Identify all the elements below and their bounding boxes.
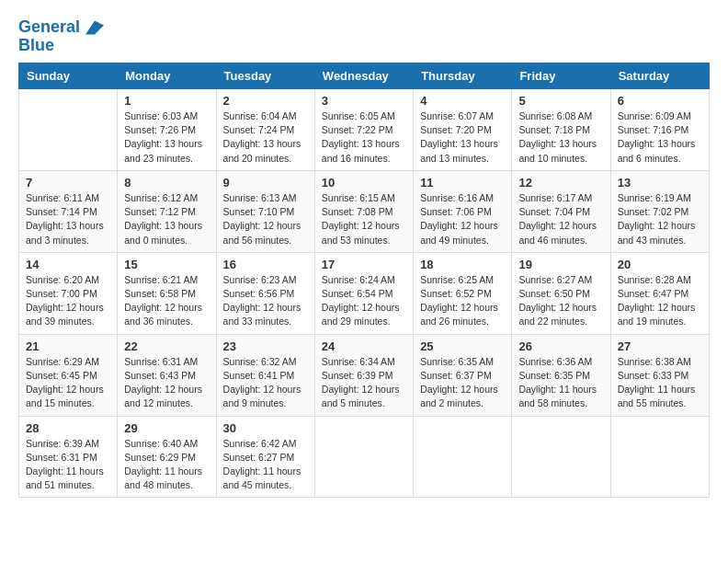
calendar-cell: 24Sunrise: 6:34 AMSunset: 6:39 PMDayligh… — [314, 334, 413, 416]
day-info: Sunrise: 6:08 AMSunset: 7:18 PMDaylight:… — [518, 109, 603, 166]
day-number: 11 — [420, 176, 505, 190]
calendar-cell — [314, 416, 413, 498]
day-info: Sunrise: 6:23 AMSunset: 6:56 PMDaylight:… — [223, 273, 308, 329]
day-number: 8 — [124, 176, 209, 190]
col-header-wednesday: Wednesday — [314, 63, 413, 89]
day-number: 12 — [518, 176, 603, 190]
day-info: Sunrise: 6:15 AMSunset: 7:08 PMDaylight:… — [322, 191, 406, 247]
calendar-cell: 17Sunrise: 6:24 AMSunset: 6:54 PMDayligh… — [314, 252, 413, 334]
day-info: Sunrise: 6:12 AMSunset: 7:12 PMDaylight:… — [124, 191, 209, 247]
day-number: 23 — [223, 339, 308, 353]
day-number: 29 — [124, 421, 209, 435]
day-info: Sunrise: 6:05 AMSunset: 7:22 PMDaylight:… — [322, 109, 406, 166]
week-row-4: 21Sunrise: 6:29 AMSunset: 6:45 PMDayligh… — [19, 334, 710, 416]
day-info: Sunrise: 6:39 AMSunset: 6:31 PMDaylight:… — [26, 437, 110, 493]
day-number: 5 — [518, 94, 603, 108]
calendar-cell: 21Sunrise: 6:29 AMSunset: 6:45 PMDayligh… — [19, 334, 118, 416]
day-number: 15 — [124, 258, 209, 271]
col-header-friday: Friday — [512, 63, 610, 89]
day-info: Sunrise: 6:31 AMSunset: 6:43 PMDaylight:… — [124, 355, 209, 411]
calendar-cell: 6Sunrise: 6:09 AMSunset: 7:16 PMDaylight… — [610, 89, 709, 171]
day-info: Sunrise: 6:11 AMSunset: 7:14 PMDaylight:… — [26, 191, 110, 247]
calendar-cell: 19Sunrise: 6:27 AMSunset: 6:50 PMDayligh… — [512, 252, 610, 334]
day-info: Sunrise: 6:04 AMSunset: 7:24 PMDaylight:… — [223, 109, 308, 166]
calendar-cell — [610, 416, 709, 498]
day-info: Sunrise: 6:29 AMSunset: 6:45 PMDaylight:… — [26, 355, 110, 411]
day-number: 6 — [618, 94, 702, 108]
day-info: Sunrise: 6:03 AMSunset: 7:26 PMDaylight:… — [124, 109, 209, 166]
calendar-cell: 13Sunrise: 6:19 AMSunset: 7:02 PMDayligh… — [610, 170, 709, 252]
calendar-cell: 16Sunrise: 6:23 AMSunset: 6:56 PMDayligh… — [216, 252, 314, 334]
day-info: Sunrise: 6:34 AMSunset: 6:39 PMDaylight:… — [322, 355, 406, 411]
calendar-cell: 10Sunrise: 6:15 AMSunset: 7:08 PMDayligh… — [314, 170, 413, 252]
svg-marker-0 — [85, 21, 104, 35]
calendar-cell: 1Sunrise: 6:03 AMSunset: 7:26 PMDaylight… — [118, 89, 216, 171]
calendar-cell: 11Sunrise: 6:16 AMSunset: 7:06 PMDayligh… — [414, 170, 512, 252]
calendar-cell: 3Sunrise: 6:05 AMSunset: 7:22 PMDaylight… — [314, 89, 413, 171]
day-number: 4 — [420, 94, 505, 108]
logo-general: General — [18, 17, 80, 36]
day-number: 9 — [223, 176, 308, 190]
day-number: 28 — [26, 421, 110, 435]
calendar-cell: 23Sunrise: 6:32 AMSunset: 6:41 PMDayligh… — [216, 334, 314, 416]
calendar-cell: 4Sunrise: 6:07 AMSunset: 7:20 PMDaylight… — [414, 89, 512, 171]
col-header-thursday: Thursday — [414, 63, 512, 89]
calendar-cell: 8Sunrise: 6:12 AMSunset: 7:12 PMDaylight… — [118, 170, 216, 252]
day-info: Sunrise: 6:20 AMSunset: 7:00 PMDaylight:… — [26, 273, 110, 329]
calendar-cell: 18Sunrise: 6:25 AMSunset: 6:52 PMDayligh… — [414, 252, 512, 334]
calendar-cell: 12Sunrise: 6:17 AMSunset: 7:04 PMDayligh… — [512, 170, 610, 252]
calendar-cell: 20Sunrise: 6:28 AMSunset: 6:47 PMDayligh… — [610, 252, 709, 334]
calendar-cell — [414, 416, 512, 498]
week-row-1: 1Sunrise: 6:03 AMSunset: 7:26 PMDaylight… — [19, 89, 710, 171]
logo: General Blue — [18, 18, 104, 55]
day-info: Sunrise: 6:27 AMSunset: 6:50 PMDaylight:… — [518, 273, 603, 329]
day-number: 19 — [518, 258, 603, 271]
day-number: 7 — [26, 176, 110, 190]
page-container: General Blue SundayMondayTuesdayWednesda… — [18, 15, 710, 498]
day-number: 16 — [223, 258, 308, 271]
calendar-cell: 22Sunrise: 6:31 AMSunset: 6:43 PMDayligh… — [118, 334, 216, 416]
day-number: 18 — [420, 258, 505, 271]
day-info: Sunrise: 6:25 AMSunset: 6:52 PMDaylight:… — [420, 273, 505, 329]
logo-text: General Blue — [18, 18, 104, 55]
day-number: 17 — [322, 258, 406, 271]
calendar-cell: 28Sunrise: 6:39 AMSunset: 6:31 PMDayligh… — [19, 416, 118, 498]
calendar-cell: 2Sunrise: 6:04 AMSunset: 7:24 PMDaylight… — [216, 89, 314, 171]
day-number: 2 — [223, 94, 308, 108]
calendar-table: SundayMondayTuesdayWednesdayThursdayFrid… — [18, 63, 710, 498]
day-info: Sunrise: 6:21 AMSunset: 6:58 PMDaylight:… — [124, 273, 209, 329]
calendar-cell: 15Sunrise: 6:21 AMSunset: 6:58 PMDayligh… — [118, 252, 216, 334]
col-header-monday: Monday — [118, 63, 216, 89]
day-info: Sunrise: 6:38 AMSunset: 6:33 PMDaylight:… — [618, 355, 702, 411]
calendar-cell — [512, 416, 610, 498]
calendar-cell: 14Sunrise: 6:20 AMSunset: 7:00 PMDayligh… — [19, 252, 118, 334]
day-info: Sunrise: 6:09 AMSunset: 7:16 PMDaylight:… — [618, 109, 702, 166]
day-info: Sunrise: 6:40 AMSunset: 6:29 PMDaylight:… — [124, 437, 209, 493]
day-number: 30 — [223, 421, 308, 435]
calendar-cell: 5Sunrise: 6:08 AMSunset: 7:18 PMDaylight… — [512, 89, 610, 171]
calendar-cell: 7Sunrise: 6:11 AMSunset: 7:14 PMDaylight… — [19, 170, 118, 252]
day-number: 10 — [322, 176, 406, 190]
day-number: 1 — [124, 94, 209, 108]
day-number: 26 — [518, 339, 603, 353]
day-number: 3 — [322, 94, 406, 108]
header-row: SundayMondayTuesdayWednesdayThursdayFrid… — [19, 63, 710, 89]
day-info: Sunrise: 6:13 AMSunset: 7:10 PMDaylight:… — [223, 191, 308, 247]
day-number: 20 — [618, 258, 702, 271]
week-row-5: 28Sunrise: 6:39 AMSunset: 6:31 PMDayligh… — [19, 416, 710, 498]
day-number: 13 — [618, 176, 702, 190]
day-number: 27 — [618, 339, 702, 353]
week-row-3: 14Sunrise: 6:20 AMSunset: 7:00 PMDayligh… — [19, 252, 710, 334]
day-info: Sunrise: 6:16 AMSunset: 7:06 PMDaylight:… — [420, 191, 505, 247]
header: General Blue — [18, 15, 710, 55]
calendar-cell: 25Sunrise: 6:35 AMSunset: 6:37 PMDayligh… — [414, 334, 512, 416]
day-number: 14 — [26, 258, 110, 271]
calendar-cell: 30Sunrise: 6:42 AMSunset: 6:27 PMDayligh… — [216, 416, 314, 498]
day-info: Sunrise: 6:07 AMSunset: 7:20 PMDaylight:… — [420, 109, 505, 166]
col-header-saturday: Saturday — [610, 63, 709, 89]
calendar-cell: 26Sunrise: 6:36 AMSunset: 6:35 PMDayligh… — [512, 334, 610, 416]
day-number: 22 — [124, 339, 209, 353]
calendar-cell: 9Sunrise: 6:13 AMSunset: 7:10 PMDaylight… — [216, 170, 314, 252]
calendar-cell: 29Sunrise: 6:40 AMSunset: 6:29 PMDayligh… — [118, 416, 216, 498]
day-info: Sunrise: 6:32 AMSunset: 6:41 PMDaylight:… — [223, 355, 308, 411]
